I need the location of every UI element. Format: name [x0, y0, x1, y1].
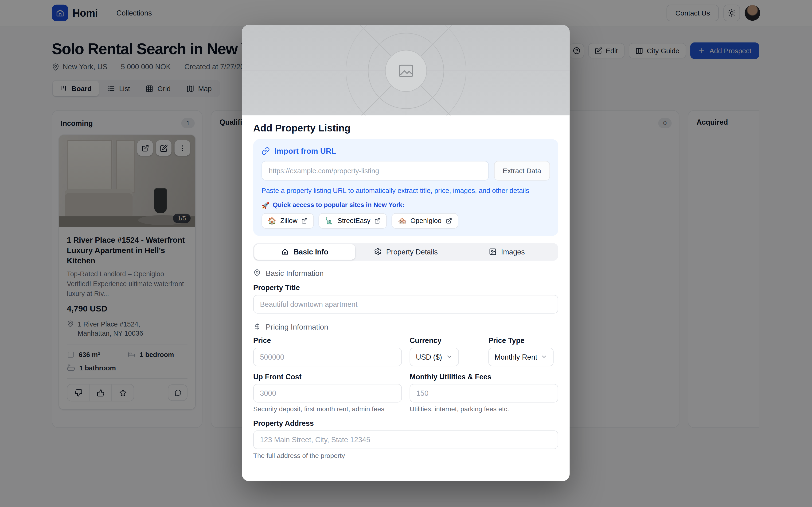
currency-label: Currency [410, 336, 480, 344]
tab-label: Basic Info [294, 247, 328, 256]
section-title: Basic Information [266, 269, 324, 277]
app-root: Homi Collections Contact Us Solo Rental … [0, 0, 812, 507]
basic-information-section-header: Basic Information [253, 269, 558, 277]
price-label: Price [253, 336, 402, 344]
dollar-icon [253, 323, 261, 331]
property-address-input[interactable] [253, 430, 558, 449]
import-helper-text: Paste a property listing URL to automati… [261, 186, 550, 195]
property-title-label: Property Title [253, 283, 558, 291]
price-type-label: Price Type [488, 336, 558, 344]
site-name: Zillow [280, 217, 297, 225]
modal-tab-bar: Basic Info Property Details Images [253, 243, 558, 261]
property-address-helper: The full address of the property [253, 452, 558, 459]
price-type-value: Monthly Rent [495, 353, 537, 361]
price-input[interactable] [253, 348, 402, 366]
upfront-cost-helper: Security deposit, first month rent, admi… [253, 405, 402, 413]
listing-url-input[interactable] [261, 161, 489, 180]
tab-label: Property Details [386, 247, 438, 256]
pricing-information-section-header: Pricing Information [253, 323, 558, 331]
image-icon [489, 248, 497, 256]
tab-basic-info[interactable]: Basic Info [254, 244, 355, 260]
quick-access-label-text: Quick access to popular sites in New Yor… [273, 202, 405, 209]
chevron-down-icon [541, 353, 548, 360]
modal-hero-image-placeholder [242, 25, 569, 115]
section-title: Pricing Information [266, 323, 328, 331]
external-link-icon [302, 218, 308, 224]
home-icon [281, 248, 289, 256]
modal-title: Add Property Listing [253, 122, 558, 134]
utilities-helper: Utilities, internet, parking fees etc. [410, 405, 558, 413]
add-property-modal: Add Property Listing Import from URL Ext… [242, 25, 569, 481]
map-pin-icon [253, 269, 261, 277]
import-heading: Import from URL [261, 147, 550, 155]
chevron-down-icon [446, 353, 453, 360]
site-link-streeteasy[interactable]: 🗽 StreetEasy [319, 213, 387, 229]
tab-label: Images [501, 247, 525, 256]
upfront-cost-label: Up Front Cost [253, 373, 402, 381]
house-emoji-icon: 🏠 [268, 217, 276, 225]
currency-select[interactable]: USD ($) [410, 348, 458, 366]
utilities-label: Monthly Utilities & Fees [410, 373, 558, 381]
rocket-emoji-icon: 🚀 [261, 201, 269, 209]
site-name: OpenIgloo [410, 217, 442, 225]
site-link-zillow[interactable]: 🏠 Zillow [261, 213, 314, 229]
link-icon [261, 147, 270, 155]
tab-property-details[interactable]: Property Details [355, 244, 456, 260]
placeholder-pattern [242, 25, 569, 115]
external-link-icon [374, 218, 380, 224]
site-name: StreetEasy [338, 217, 370, 225]
currency-value: USD ($) [416, 353, 442, 361]
external-link-icon [446, 218, 452, 224]
utilities-input[interactable] [410, 384, 558, 402]
extract-data-button[interactable]: Extract Data [494, 161, 550, 180]
price-type-select[interactable]: Monthly Rent [488, 348, 554, 366]
site-link-openigloo[interactable]: 🏘️ OpenIgloo [392, 213, 458, 229]
property-title-input[interactable] [253, 295, 558, 313]
upfront-cost-input[interactable] [253, 384, 402, 402]
property-address-label: Property Address [253, 419, 558, 427]
import-from-url-panel: Import from URL Extract Data Paste a pro… [253, 139, 558, 236]
gear-icon [374, 248, 382, 256]
import-heading-label: Import from URL [274, 147, 336, 155]
quick-access-label: 🚀 Quick access to popular sites in New Y… [261, 201, 550, 209]
liberty-emoji-icon: 🗽 [325, 217, 334, 225]
tab-images[interactable]: Images [456, 244, 557, 260]
houses-emoji-icon: 🏘️ [398, 217, 406, 225]
